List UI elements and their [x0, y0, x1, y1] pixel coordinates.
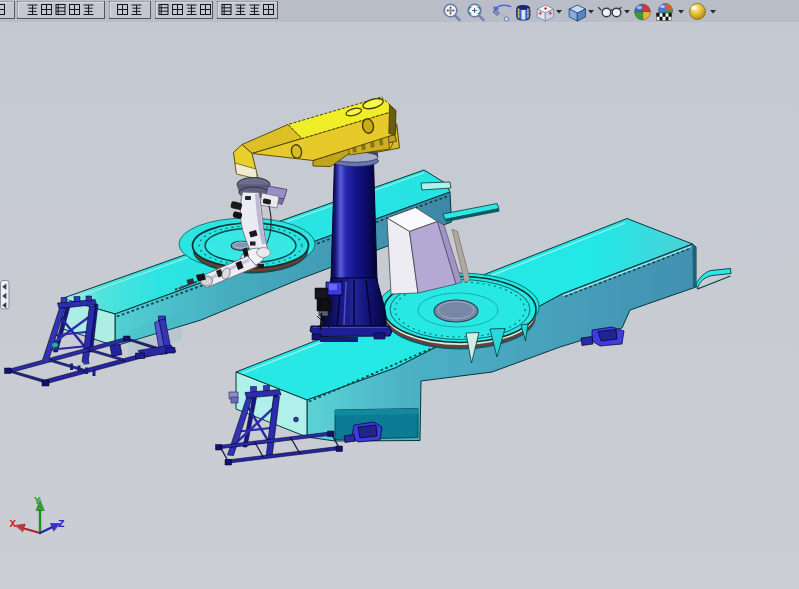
svg-text:Y: Y	[34, 495, 41, 507]
svg-text:X: X	[10, 518, 17, 530]
svg-text:Z: Z	[58, 518, 65, 530]
